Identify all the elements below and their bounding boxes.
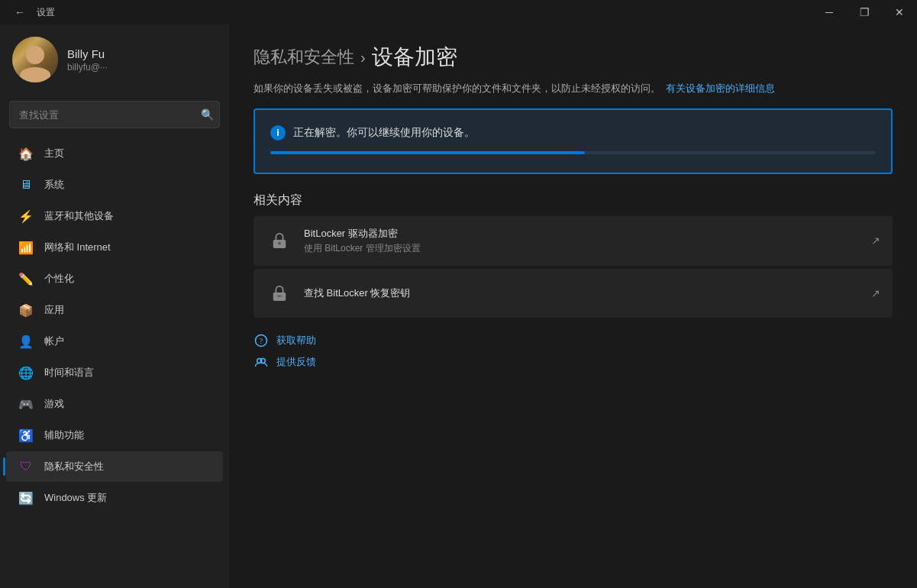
nav-label-bluetooth: 蓝牙和其他设备 [44,209,114,223]
nav-label-accessibility: 辅助功能 [44,428,84,442]
titlebar-title: 设置 [37,6,55,19]
maximize-button[interactable]: ❐ [847,0,882,24]
feedback-icon [253,354,269,370]
sidebar-item-privacy[interactable]: 🛡 隐私和安全性 [6,451,223,482]
sidebar-item-time[interactable]: 🌐 时间和语言 [6,357,223,388]
titlebar-controls: ─ ❐ ✕ [812,0,917,24]
search-icon: 🔍 [201,108,214,121]
nav-icon-home: 🏠 [18,146,34,161]
progress-bar-fill [270,151,585,154]
bitlocker-subtitle: 使用 BitLocker 管理加密设置 [304,242,860,255]
page-title: 设备加密 [372,43,457,72]
recovery-icon [266,279,293,307]
user-profile[interactable]: Billy Fu billyfu@··· [0,24,229,95]
nav-icon-apps: 📦 [18,302,34,318]
main-content: 隐私和安全性 › 设备加密 如果你的设备丢失或被盗，设备加密可帮助保护你的文件和… [229,24,917,588]
nav-label-system: 系统 [44,178,64,192]
feedback-label: 提供反馈 [276,355,316,369]
breadcrumb-separator: › [360,49,366,66]
titlebar: ← 设置 ─ ❐ ✕ [0,0,917,24]
search-box: 🔍 [9,101,220,128]
nav-label-accounts: 帐户 [44,334,64,348]
nav-icon-accessibility: ♿ [18,428,34,443]
avatar [12,37,58,82]
nav-icon-network: 📶 [18,240,34,255]
nav-label-gaming: 游戏 [44,397,64,411]
recovery-title: 查找 BitLocker 恢复密钥 [304,286,860,300]
user-email: billyfu@··· [67,62,108,73]
get-help-icon: ? [253,333,269,348]
svg-text:?: ? [260,336,263,344]
bitlocker-icon [266,227,293,254]
bitlocker-external-icon: ↗ [871,234,880,247]
nav-icon-personalization: ✏️ [18,271,34,286]
nav-label-update: Windows 更新 [44,491,107,505]
sidebar-item-home[interactable]: 🏠 主页 [6,138,223,169]
nav-label-time: 时间和语言 [44,366,94,380]
info-box-header: i 正在解密。你可以继续使用你的设备。 [270,125,876,141]
related-item-recovery[interactable]: 查找 BitLocker 恢复密钥 ↗ [253,269,893,318]
sidebar-item-network[interactable]: 📶 网络和 Internet [6,232,223,263]
svg-point-1 [278,242,281,245]
info-icon: i [270,125,286,141]
breadcrumb: 隐私和安全性 › 设备加密 [253,43,893,72]
nav-icon-accounts: 👤 [18,334,34,349]
search-input[interactable] [9,101,220,128]
sidebar-item-gaming[interactable]: 🎮 游戏 [6,389,223,419]
nav-label-apps: 应用 [44,303,64,317]
back-button[interactable]: ← [9,2,31,23]
sidebar-item-system[interactable]: 🖥 系统 [6,170,223,200]
close-button[interactable]: ✕ [882,0,917,24]
description-text: 如果你的设备丢失或被盗，设备加密可帮助保护你的文件和文件夹，以防止未经授权的访问… [253,82,660,94]
related-item-bitlocker[interactable]: BitLocker 驱动器加密 使用 BitLocker 管理加密设置 ↗ [253,216,893,266]
recovery-text: 查找 BitLocker 恢复密钥 [304,286,860,300]
info-box: i 正在解密。你可以继续使用你的设备。 [253,108,893,174]
nav-icon-time: 🌐 [18,365,34,380]
nav-label-personalization: 个性化 [44,272,74,286]
sidebar-item-personalization[interactable]: ✏️ 个性化 [6,263,223,294]
help-links: ? 获取帮助 提供反馈 [253,333,893,370]
avatar-image [12,37,58,82]
get-help-link[interactable]: ? 获取帮助 [253,333,893,348]
progress-bar-track [270,151,876,154]
svg-rect-2 [273,292,286,301]
related-section-title: 相关内容 [253,192,893,208]
bitlocker-text: BitLocker 驱动器加密 使用 BitLocker 管理加密设置 [304,227,860,255]
nav-icon-system: 🖥 [18,177,34,192]
sidebar-item-bluetooth[interactable]: ⚡ 蓝牙和其他设备 [6,201,223,231]
sidebar-item-accounts[interactable]: 👤 帐户 [6,326,223,357]
nav-icon-gaming: 🎮 [18,396,34,412]
description-link[interactable]: 有关设备加密的详细信息 [666,82,775,94]
user-info: Billy Fu billyfu@··· [67,47,108,73]
page-header: 隐私和安全性 › 设备加密 [253,43,893,72]
page-description: 如果你的设备丢失或被盗，设备加密可帮助保护你的文件和文件夹，以防止未经授权的访问… [253,81,893,96]
app-container: Billy Fu billyfu@··· 🔍 🏠 主页 🖥 系统 ⚡ 蓝牙和其他… [0,24,917,588]
minimize-button[interactable]: ─ [812,0,847,24]
nav-list: 🏠 主页 🖥 系统 ⚡ 蓝牙和其他设备 📶 网络和 Internet ✏️ 个性… [0,134,229,588]
nav-label-home: 主页 [44,147,64,160]
nav-icon-bluetooth: ⚡ [18,208,34,224]
titlebar-left: ← 设置 [9,2,55,23]
sidebar-item-update[interactable]: 🔄 Windows 更新 [6,483,223,513]
sidebar: Billy Fu billyfu@··· 🔍 🏠 主页 🖥 系统 ⚡ 蓝牙和其他… [0,24,229,588]
nav-label-network: 网络和 Internet [44,241,111,254]
sidebar-item-apps[interactable]: 📦 应用 [6,295,223,325]
sidebar-item-accessibility[interactable]: ♿ 辅助功能 [6,420,223,451]
feedback-link[interactable]: 提供反馈 [253,354,893,370]
breadcrumb-parent: 隐私和安全性 [253,46,354,69]
nav-label-privacy: 隐私和安全性 [44,460,104,473]
nav-icon-privacy: 🛡 [18,459,34,474]
user-name: Billy Fu [67,47,108,60]
recovery-external-icon: ↗ [871,287,880,299]
bitlocker-title: BitLocker 驱动器加密 [304,227,860,241]
nav-icon-update: 🔄 [18,490,34,506]
get-help-label: 获取帮助 [276,334,316,347]
info-text: 正在解密。你可以继续使用你的设备。 [293,126,475,140]
